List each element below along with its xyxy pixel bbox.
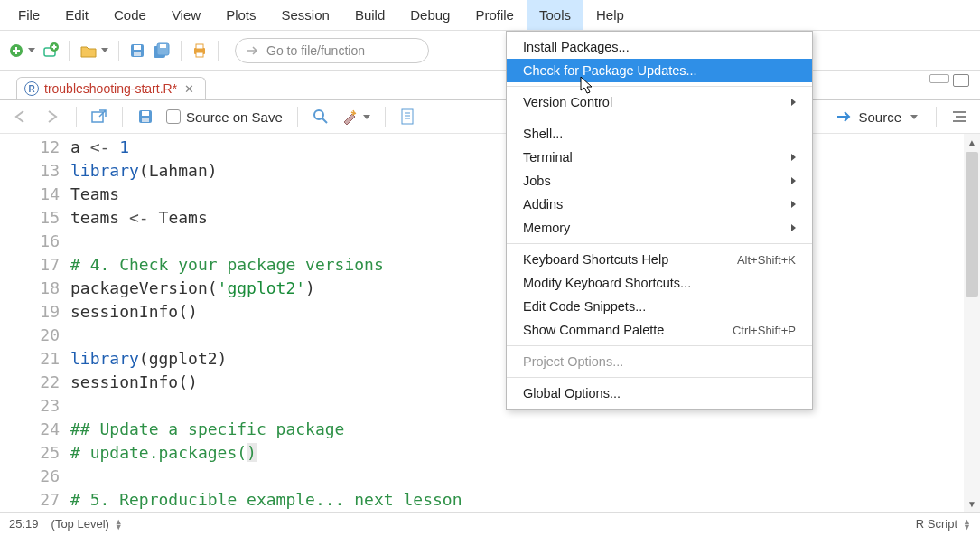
save-all-button[interactable] [150, 39, 173, 62]
scroll-thumb[interactable] [966, 152, 978, 297]
goto-placeholder: Go to file/function [266, 43, 365, 58]
compile-report-button[interactable] [397, 104, 418, 129]
show-in-new-window-button[interactable] [88, 104, 111, 129]
menu-profile[interactable]: Profile [462, 0, 527, 30]
menu-item-project-options: Project Options... [507, 350, 812, 373]
checkbox-icon [166, 109, 181, 124]
menu-session[interactable]: Session [269, 0, 342, 30]
svg-rect-6 [52, 46, 57, 48]
menu-help[interactable]: Help [583, 0, 637, 30]
svg-rect-15 [196, 52, 203, 57]
chevron-down-icon [363, 115, 370, 119]
language-mode[interactable]: R Script ▲▼ [916, 517, 971, 531]
maximize-pane-icon[interactable] [953, 74, 969, 87]
svg-rect-19 [142, 118, 149, 122]
menu-file[interactable]: File [5, 0, 52, 30]
editor-toolbar: Source on Save Source [0, 99, 980, 134]
new-project-button[interactable] [40, 39, 61, 62]
svg-rect-14 [196, 44, 203, 49]
find-replace-button[interactable] [309, 104, 332, 129]
svg-rect-9 [134, 52, 141, 56]
code-tools-button[interactable] [338, 104, 374, 129]
chevron-down-icon [101, 48, 108, 52]
file-tab[interactable]: R troubleshooting-start.R* ✕ [16, 77, 206, 99]
menu-item-edit-code-snippets[interactable]: Edit Code Snippets... [507, 295, 812, 318]
svg-line-21 [322, 118, 327, 123]
statusbar: 25:19 (Top Level) ▲▼ R Script ▲▼ [0, 512, 980, 535]
code-content[interactable]: a <- 1library(Lahman)Teamsteams <- Teams… [70, 134, 462, 512]
updown-icon: ▲▼ [963, 519, 971, 530]
svg-rect-18 [142, 111, 149, 116]
file-tab-name: troubleshooting-start.R* [44, 81, 177, 96]
submenu-arrow-icon [791, 177, 796, 184]
print-button[interactable] [189, 39, 210, 62]
menu-item-shell[interactable]: Shell... [507, 122, 812, 146]
menu-item-check-for-package-updates[interactable]: Check for Package Updates... [507, 59, 812, 82]
keyboard-shortcut: Alt+Shift+K [737, 253, 796, 267]
menu-item-addins[interactable]: Addins [507, 193, 812, 216]
submenu-arrow-icon [791, 99, 796, 106]
menu-item-global-options[interactable]: Global Options... [507, 381, 812, 405]
scroll-up-arrow[interactable]: ▲ [964, 134, 980, 150]
menu-item-show-command-palette[interactable]: Show Command PaletteCtrl+Shift+P [507, 318, 812, 342]
menu-item-memory[interactable]: Memory [507, 216, 812, 240]
menu-debug[interactable]: Debug [397, 0, 462, 30]
new-file-button[interactable] [5, 39, 38, 62]
close-tab-button[interactable]: ✕ [182, 82, 196, 96]
outline-button[interactable] [947, 104, 971, 129]
scroll-down-arrow[interactable]: ▼ [964, 495, 980, 512]
menu-item-install-packages[interactable]: Install Packages... [507, 35, 812, 59]
chevron-down-icon [28, 48, 35, 52]
svg-rect-8 [134, 45, 141, 50]
svg-rect-2 [13, 50, 20, 52]
submenu-arrow-icon [791, 224, 796, 231]
menu-item-version-control[interactable]: Version Control [507, 90, 812, 114]
menu-edit[interactable]: Edit [52, 0, 101, 30]
menu-item-modify-keyboard-shortcuts[interactable]: Modify Keyboard Shortcuts... [507, 271, 812, 295]
source-button[interactable]: Source [829, 109, 925, 125]
menu-item-keyboard-shortcuts-help[interactable]: Keyboard Shortcuts HelpAlt+Shift+K [507, 248, 812, 271]
menu-item-jobs[interactable]: Jobs [507, 169, 812, 193]
menu-separator [507, 243, 812, 244]
vertical-scrollbar[interactable]: ▲ ▼ [964, 134, 980, 512]
main-toolbar: Go to file/function [0, 31, 980, 71]
menu-plots[interactable]: Plots [213, 0, 268, 30]
menu-separator [507, 377, 812, 378]
menu-item-terminal[interactable]: Terminal [507, 146, 812, 169]
save-document-button[interactable] [134, 104, 157, 129]
svg-rect-16 [92, 112, 103, 122]
source-on-save-toggle[interactable]: Source on Save [163, 104, 286, 129]
svg-rect-12 [160, 44, 166, 48]
save-button[interactable] [126, 39, 148, 62]
submenu-arrow-icon [791, 201, 796, 208]
back-button[interactable] [9, 104, 34, 129]
menu-separator [507, 118, 812, 118]
forward-button[interactable] [40, 104, 65, 129]
svg-rect-22 [402, 109, 413, 124]
editor-tabbar: R troubleshooting-start.R* ✕ [0, 71, 980, 99]
r-file-icon: R [24, 81, 39, 96]
run-arrow-icon [836, 110, 853, 123]
menu-build[interactable]: Build [342, 0, 397, 30]
minimize-pane-icon[interactable] [929, 74, 949, 83]
menu-view[interactable]: View [159, 0, 213, 30]
line-number-gutter: 12131415161718192021222324252627 [0, 134, 70, 512]
goto-file-function[interactable]: Go to file/function [235, 38, 429, 63]
menu-tools[interactable]: Tools [527, 0, 583, 30]
submenu-arrow-icon [791, 154, 796, 161]
code-editor[interactable]: 12131415161718192021222324252627 a <- 1l… [0, 134, 980, 512]
tools-menu-dropdown: Install Packages...Check for Package Upd… [506, 31, 813, 410]
goto-arrow-icon [247, 44, 259, 57]
menu-separator [507, 86, 812, 87]
cursor-position: 25:19 [9, 517, 39, 531]
updown-icon: ▲▼ [115, 519, 123, 530]
keyboard-shortcut: Ctrl+Shift+P [733, 324, 796, 337]
menu-separator [507, 345, 812, 346]
open-file-button[interactable] [77, 39, 111, 62]
menu-code[interactable]: Code [101, 0, 159, 30]
chevron-down-icon [910, 115, 918, 119]
pane-layout-buttons[interactable] [929, 74, 969, 87]
scope-selector[interactable]: (Top Level) ▲▼ [51, 517, 123, 531]
menubar: FileEditCodeViewPlotsSessionBuildDebugPr… [0, 0, 980, 31]
svg-point-20 [314, 110, 323, 119]
